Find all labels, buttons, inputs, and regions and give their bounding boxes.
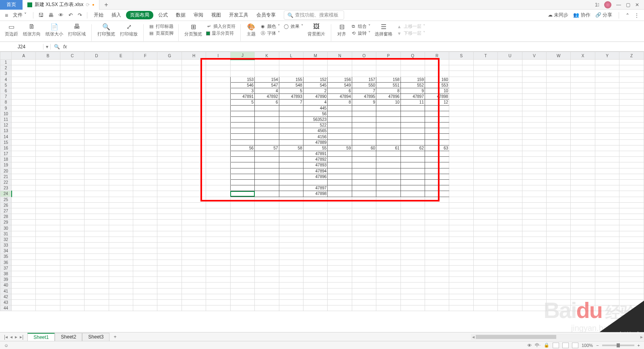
hscroll-right-icon[interactable]: ▸ — [639, 334, 644, 340]
cell-C10[interactable] — [60, 111, 84, 116]
cell-N10[interactable] — [328, 111, 352, 116]
cell-A25[interactable] — [12, 197, 36, 202]
cell-Q19[interactable] — [400, 162, 425, 168]
cell-W42[interactable] — [546, 294, 570, 299]
cell-S35[interactable] — [449, 254, 473, 260]
cell-V5[interactable] — [522, 82, 546, 88]
cell-C35[interactable] — [60, 254, 84, 260]
cell-H27[interactable] — [182, 208, 206, 214]
cell-S13[interactable] — [449, 128, 473, 134]
cell-Z36[interactable] — [619, 260, 644, 265]
cell-U7[interactable] — [498, 94, 522, 100]
cell-N35[interactable] — [328, 254, 352, 260]
cell-L21[interactable] — [279, 174, 303, 179]
hamburger-icon[interactable]: ≡ — [5, 12, 8, 19]
cell-U8[interactable] — [498, 100, 522, 105]
col-header-V[interactable]: V — [522, 52, 546, 60]
cell-E39[interactable] — [109, 277, 133, 283]
cell-J43[interactable] — [230, 299, 254, 305]
cell-L38[interactable] — [279, 271, 303, 276]
cell-M41[interactable] — [303, 288, 327, 294]
cell-K14[interactable] — [255, 134, 279, 139]
cell-N4[interactable]: 156 — [328, 77, 352, 82]
sheet-next-icon[interactable]: ▸ — [15, 334, 17, 340]
cell-F8[interactable] — [133, 100, 157, 105]
cell-D11[interactable] — [85, 116, 109, 122]
cell-Q7[interactable]: 47897 — [400, 94, 425, 100]
cell-S8[interactable] — [449, 100, 473, 105]
cell-N24[interactable] — [328, 191, 352, 197]
cell-P28[interactable] — [376, 214, 400, 220]
cell-R23[interactable] — [425, 185, 449, 191]
cell-B24[interactable] — [36, 191, 60, 197]
menu-view[interactable]: 视图 — [208, 12, 224, 19]
cell-K41[interactable] — [255, 288, 279, 294]
cell-L34[interactable] — [279, 248, 303, 254]
cell-V29[interactable] — [522, 220, 546, 225]
zoom-slider[interactable] — [602, 345, 634, 346]
cell-Z20[interactable] — [619, 168, 644, 174]
cell-J32[interactable] — [230, 237, 254, 242]
cell-Y25[interactable] — [595, 197, 619, 202]
cell-T11[interactable] — [473, 116, 497, 122]
status-cn-icon[interactable]: 中· — [535, 342, 541, 348]
cell-S22[interactable] — [449, 179, 473, 185]
cell-T34[interactable] — [473, 248, 497, 254]
cell-H32[interactable] — [182, 237, 206, 242]
cell-L7[interactable]: 47893 — [279, 94, 303, 100]
cell-X35[interactable] — [571, 254, 595, 260]
cell-F42[interactable] — [133, 294, 157, 299]
cell-O33[interactable] — [352, 243, 376, 248]
cell-B30[interactable] — [36, 225, 60, 231]
cell-X34[interactable] — [571, 248, 595, 254]
cell-W15[interactable] — [546, 139, 570, 145]
cell-V26[interactable] — [522, 202, 546, 208]
cell-A27[interactable] — [12, 208, 36, 214]
cell-E33[interactable] — [109, 243, 133, 248]
cell-H4[interactable] — [182, 77, 206, 82]
cell-F22[interactable] — [133, 179, 157, 185]
cell-I22[interactable] — [206, 179, 230, 185]
cell-X10[interactable] — [571, 111, 595, 116]
cell-J4[interactable]: 153 — [230, 77, 254, 82]
cell-W25[interactable] — [546, 197, 570, 202]
cell-O43[interactable] — [352, 299, 376, 305]
row-header-23[interactable]: 23 — [0, 185, 12, 191]
cell-Y28[interactable] — [595, 214, 619, 220]
cell-I43[interactable] — [206, 299, 230, 305]
cell-W18[interactable] — [546, 157, 570, 162]
cell-F19[interactable] — [133, 162, 157, 168]
cell-M1[interactable] — [303, 60, 327, 65]
cell-Z23[interactable] — [619, 185, 644, 191]
cell-M23[interactable]: 47897 — [303, 185, 327, 191]
cell-Q21[interactable] — [400, 174, 425, 179]
cell-M9[interactable]: 445 — [303, 105, 327, 111]
cell-M22[interactable] — [303, 179, 327, 185]
cell-O20[interactable] — [352, 168, 376, 174]
cell-W43[interactable] — [546, 299, 570, 305]
cell-K24[interactable] — [255, 191, 279, 197]
cell-E10[interactable] — [109, 111, 133, 116]
cell-P3[interactable] — [376, 71, 400, 77]
cell-B32[interactable] — [36, 237, 60, 242]
cell-L5[interactable]: 548 — [279, 82, 303, 88]
cell-W38[interactable] — [546, 271, 570, 276]
cell-R40[interactable] — [425, 283, 449, 288]
view-normal-icon[interactable] — [553, 343, 559, 348]
cell-M10[interactable]: 56 — [303, 111, 327, 116]
cell-A33[interactable] — [12, 243, 36, 248]
cell-F5[interactable] — [133, 82, 157, 88]
cell-O36[interactable] — [352, 260, 376, 265]
cell-S32[interactable] — [449, 237, 473, 242]
cell-J7[interactable]: 47891 — [230, 94, 254, 100]
cell-U44[interactable] — [498, 305, 522, 311]
cell-Y21[interactable] — [595, 174, 619, 179]
cell-M2[interactable] — [303, 65, 327, 71]
cell-P18[interactable] — [376, 157, 400, 162]
cell-G34[interactable] — [157, 248, 182, 254]
cell-U34[interactable] — [498, 248, 522, 254]
cell-R9[interactable] — [425, 105, 449, 111]
cell-R22[interactable] — [425, 179, 449, 185]
cell-I38[interactable] — [206, 271, 230, 276]
cell-H28[interactable] — [182, 214, 206, 220]
